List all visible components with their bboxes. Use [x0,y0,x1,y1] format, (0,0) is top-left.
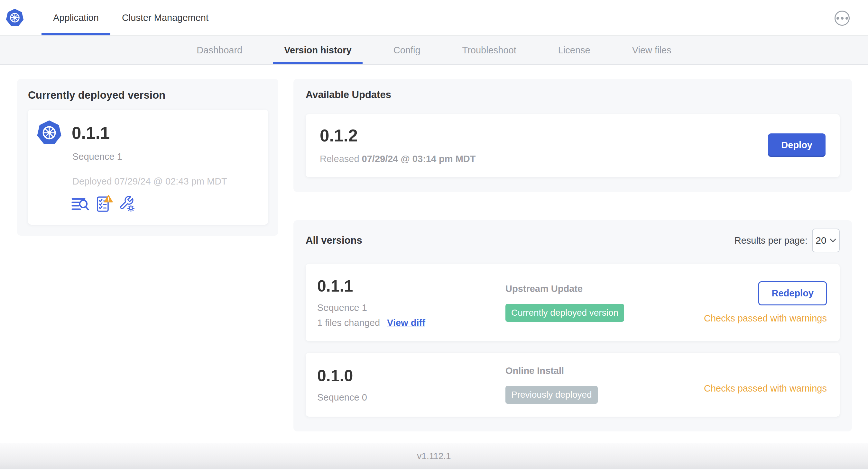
subnav-item-config[interactable]: Config [394,36,421,64]
preflight-checks-warning-icon[interactable] [95,195,113,212]
tab-application[interactable]: Application [41,0,110,35]
more-menu-button[interactable] [835,11,850,26]
config-wrench-icon[interactable] [119,195,135,212]
currently-deployed-card: Currently deployed version 0.1.1 Sequenc… [17,79,278,236]
current-version-sequence: Sequence 1 [72,152,255,162]
version-row-0-1-1: 0.1.1 Sequence 1 1 files changed View di… [306,264,840,341]
subnav-item-license[interactable]: License [558,36,590,64]
available-update-row: 0.1.2 Released 07/29/24 @ 03:14 pm MDT D… [306,114,840,177]
results-per-page-select[interactable]: 20 [812,229,840,253]
kubernetes-app-icon [36,120,62,146]
currently-deployed-badge: Currently deployed version [505,304,624,322]
app-logo [5,0,25,35]
row-source-label: Online Install [505,366,704,376]
current-version-actions [71,195,255,212]
left-column: Currently deployed version 0.1.1 Sequenc… [17,79,278,443]
currently-deployed-title: Currently deployed version [28,89,268,101]
row-sequence: Sequence 0 [317,392,505,403]
subnav-item-troubleshoot[interactable]: Troubleshoot [462,36,516,64]
subnav-item-dashboard[interactable]: Dashboard [196,36,242,64]
subnav-item-version-history[interactable]: Version history [284,36,352,64]
current-version-number: 0.1.1 [72,123,110,143]
released-label: Released [320,154,359,164]
results-per-page-label: Results per page: [735,235,808,246]
previously-deployed-badge: Previously deployed [505,386,598,404]
available-updates-card: Available Updates 0.1.2 Released 07/29/2… [293,79,852,192]
main-content: Currently deployed version 0.1.1 Sequenc… [0,65,868,443]
right-column: Available Updates 0.1.2 Released 07/29/2… [293,79,852,443]
deploy-button[interactable]: Deploy [768,133,826,157]
top-tabs: Application Cluster Management [41,0,220,35]
ellipsis-icon [836,17,848,20]
checks-status-text: Checks passed with warnings [704,383,827,394]
available-updates-title: Available Updates [306,89,840,101]
row-sequence: Sequence 1 [317,303,505,313]
app-subnav: Dashboard Version history Config Trouble… [0,36,868,65]
all-versions-title: All versions [306,235,362,246]
page-footer: v1.112.1 [0,443,868,469]
top-bar: Application Cluster Management [0,0,868,36]
admin-console-version: v1.112.1 [417,451,451,461]
all-versions-card: All versions Results per page: 20 0.1.1 … [293,220,852,431]
kubernetes-logo-icon [5,8,24,27]
version-row-0-1-0: 0.1.0 Sequence 0 Online Install Previous… [306,352,840,416]
tab-cluster-management[interactable]: Cluster Management [110,0,220,35]
subnav-item-view-files[interactable]: View files [632,36,672,64]
current-version-deployed-date: Deployed 07/29/24 @ 02:43 pm MDT [72,176,255,187]
row-version-number: 0.1.0 [317,367,505,385]
currently-deployed-version-card: 0.1.1 Sequence 1 Deployed 07/29/24 @ 02:… [28,110,268,225]
results-per-page-value: 20 [815,235,826,246]
row-version-number: 0.1.1 [317,277,505,296]
view-diff-link[interactable]: View diff [387,317,425,328]
update-released-date: Released 07/29/24 @ 03:14 pm MDT [320,154,475,164]
release-notes-icon[interactable] [71,195,89,212]
released-date-value: 07/29/24 @ 03:14 pm MDT [362,154,476,164]
checks-status-text: Checks passed with warnings [704,313,827,324]
row-source-label: Upstream Update [505,283,704,294]
redeploy-button[interactable]: Redeploy [758,281,827,305]
update-version-number: 0.1.2 [320,126,475,145]
row-files-changed: 1 files changed [317,317,380,328]
results-per-page: Results per page: 20 [735,229,840,253]
chevron-down-icon [830,239,836,243]
